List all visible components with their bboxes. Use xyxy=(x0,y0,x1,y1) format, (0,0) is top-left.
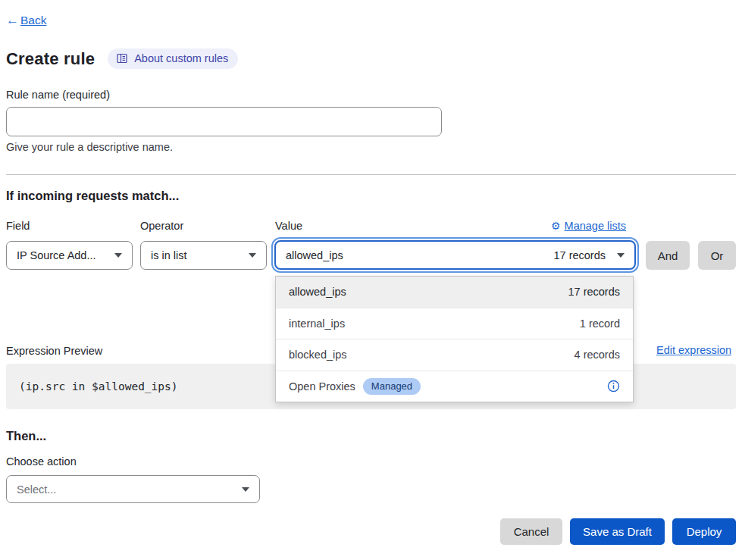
list-option-name: allowed_ips xyxy=(289,286,346,298)
then-section-heading: Then... xyxy=(6,429,46,443)
operator-select-value: is in list xyxy=(151,249,187,261)
about-custom-rules-link[interactable]: About custom rules xyxy=(108,48,238,69)
manage-lists-link[interactable]: ⚙ Manage lists xyxy=(551,220,637,232)
list-option-allowed-ips[interactable]: allowed_ips 17 records xyxy=(276,277,633,308)
save-as-draft-button[interactable]: Save as Draft xyxy=(570,518,665,545)
field-column-label: Field xyxy=(6,220,30,232)
list-dropdown-menu: allowed_ips 17 records internal_ips 1 re… xyxy=(275,276,634,402)
back-link[interactable]: ←Back xyxy=(6,13,46,28)
action-select[interactable]: Select... xyxy=(6,475,260,503)
chevron-down-icon xyxy=(114,253,122,258)
value-column-label: Value xyxy=(275,220,302,232)
chevron-down-icon xyxy=(249,253,256,258)
list-option-internal-ips[interactable]: internal_ips 1 record xyxy=(276,308,633,339)
back-link-label: Back xyxy=(20,14,46,27)
list-option-record-count: 17 records xyxy=(568,286,620,298)
page-header: Create rule About custom rules xyxy=(6,48,238,69)
info-icon[interactable] xyxy=(607,380,620,393)
gear-icon: ⚙ xyxy=(551,220,561,232)
choose-action-label: Choose action xyxy=(6,455,77,468)
deploy-button[interactable]: Deploy xyxy=(672,518,736,545)
list-option-name: Open Proxies xyxy=(289,380,355,393)
action-select-placeholder: Select... xyxy=(17,483,56,496)
chevron-down-icon xyxy=(242,487,249,492)
rule-name-input[interactable] xyxy=(6,107,442,136)
expression-code: (ip.src in $allowed_ips) xyxy=(6,380,178,393)
managed-badge: Managed xyxy=(363,378,421,395)
page-title: Create rule xyxy=(6,49,95,69)
value-select-value: allowed_ips xyxy=(286,249,343,261)
rule-name-label: Rule name (required) xyxy=(6,89,110,101)
about-custom-rules-label: About custom rules xyxy=(134,52,228,64)
and-button[interactable]: And xyxy=(646,241,690,270)
value-select-record-count: 17 records xyxy=(553,249,606,261)
list-option-record-count: 4 records xyxy=(575,349,620,361)
list-option-record-count: 1 record xyxy=(580,318,620,330)
book-icon xyxy=(116,52,128,64)
value-select[interactable]: allowed_ips 17 records xyxy=(274,240,636,270)
operator-column-label: Operator xyxy=(140,220,183,232)
section-divider xyxy=(6,174,736,175)
field-select-value: IP Source Add... xyxy=(17,249,96,261)
chevron-down-icon xyxy=(617,253,625,258)
manage-lists-label: Manage lists xyxy=(565,220,626,232)
list-option-name: internal_ips xyxy=(289,318,345,330)
edit-expression-link[interactable]: Edit expression xyxy=(656,344,731,356)
rule-name-helper-text: Give your rule a descriptive name. xyxy=(6,141,173,153)
list-option-name: blocked_ips xyxy=(289,349,347,361)
back-arrow-icon: ← xyxy=(6,13,19,28)
expression-preview-label: Expression Preview xyxy=(6,345,102,357)
list-option-open-proxies[interactable]: Open Proxies Managed xyxy=(276,371,633,402)
field-select[interactable]: IP Source Add... xyxy=(6,241,133,270)
list-option-blocked-ips[interactable]: blocked_ips 4 records xyxy=(276,339,633,371)
operator-select[interactable]: is in list xyxy=(140,241,267,270)
or-button[interactable]: Or xyxy=(698,241,736,270)
cancel-button[interactable]: Cancel xyxy=(500,518,562,545)
match-section-heading: If incoming requests match... xyxy=(6,189,179,203)
